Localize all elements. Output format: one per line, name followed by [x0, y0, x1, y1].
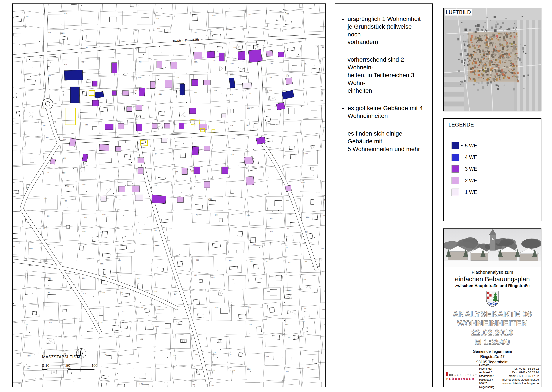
contact-info: Tel.: 0941 - 56 35 22 Fax.: 0941 - 56 35…: [502, 367, 539, 385]
aerial-photo: [444, 8, 541, 111]
analysis-title-line: ANALYSEKARTE 06: [444, 310, 541, 318]
svg-text:1437: 1437: [325, 339, 325, 340]
note-text: es finden sich einige Gebäude mit 5 Wohn…: [347, 130, 426, 153]
svg-text:1843: 1843: [230, 63, 234, 64]
svg-text:111: 111: [304, 63, 307, 65]
analysis-date: 22.02.2010: [444, 329, 541, 337]
svg-text:374: 374: [191, 170, 194, 172]
svg-text:375: 375: [26, 323, 28, 325]
svg-text:888: 888: [288, 337, 290, 338]
svg-text:2213: 2213: [304, 153, 308, 154]
svg-text:1934: 1934: [82, 231, 86, 232]
svg-text:366: 366: [196, 259, 199, 261]
svg-text:1152: 1152: [229, 29, 232, 31]
svg-text:2284: 2284: [253, 244, 256, 245]
svg-text:441: 441: [321, 248, 324, 249]
svg-text:540: 540: [47, 292, 50, 293]
svg-text:477: 477: [230, 353, 233, 355]
svg-text:1146: 1146: [215, 307, 219, 308]
svg-text:1332: 1332: [46, 172, 49, 173]
svg-text:1198: 1198: [27, 355, 31, 357]
svg-text:1244: 1244: [82, 277, 85, 279]
svg-text:1055: 1055: [231, 138, 235, 139]
svg-text:1999: 1999: [285, 200, 289, 201]
legend-items: • 5 WE 4 WE 3 WE 2 WE 1 WE: [448, 142, 541, 196]
svg-text:1598: 1598: [211, 385, 214, 386]
svg-text:100: 100: [92, 364, 98, 367]
svg-text:480: 480: [321, 46, 324, 48]
architect-street: Haidplatz 7: [479, 378, 500, 382]
svg-text:1451: 1451: [63, 157, 66, 159]
svg-text:1118: 1118: [65, 186, 69, 187]
legend-label-text: 5 WE: [465, 143, 477, 149]
village-photo: [444, 229, 541, 266]
svg-text:277: 277: [213, 60, 216, 61]
logo-squares: A R C H I T E K T: [446, 372, 477, 376]
legend-item: 4 WE: [448, 154, 541, 161]
svg-text:1476: 1476: [81, 61, 84, 63]
svg-text:2054: 2054: [47, 215, 50, 217]
svg-text:840: 840: [100, 322, 103, 323]
svg-text:350: 350: [156, 18, 159, 19]
svg-text:2205: 2205: [266, 356, 269, 357]
svg-text:0: 0: [42, 364, 44, 367]
svg-text:1019: 1019: [287, 290, 290, 292]
notes-panel: - ursprünglich 1 Wohneinheit je Grundstü…: [335, 3, 433, 387]
svg-text:1523: 1523: [324, 200, 325, 202]
contact-website: www.architekt-ploechinger.de: [502, 382, 539, 385]
svg-text:50: 50: [66, 364, 70, 367]
svg-text:1970: 1970: [248, 14, 251, 15]
legend-label-text: 1 WE: [465, 189, 477, 195]
svg-text:2363: 2363: [13, 245, 15, 247]
svg-text:2388: 2388: [138, 77, 141, 78]
svg-text:1589: 1589: [250, 261, 253, 262]
note-item: - es finden sich einige Gebäude mit 5 Wo…: [342, 130, 426, 153]
svg-text:1597: 1597: [194, 274, 197, 276]
svg-text:450: 450: [64, 63, 67, 65]
svg-text:1251: 1251: [85, 124, 88, 126]
svg-text:1265: 1265: [269, 63, 273, 64]
svg-text:2348: 2348: [156, 325, 159, 327]
luftbild-label: LUFTBILD: [445, 9, 472, 15]
note-text: es gibt keine Gebäude mit 4 Wohneinheite…: [347, 104, 423, 120]
project-subtitle-bottom: zwischen Hauptstraße und Ringstraße: [444, 283, 541, 288]
project-subtitle-top: Flächenanalyse zum: [444, 270, 541, 275]
svg-text:930: 930: [195, 353, 198, 355]
svg-text:1066: 1066: [230, 154, 234, 155]
svg-text:1633: 1633: [44, 198, 47, 200]
svg-text:461: 461: [86, 47, 88, 48]
svg-text:1317: 1317: [176, 77, 179, 78]
svg-text:722: 722: [139, 61, 142, 63]
logo-gray-square-icon: [450, 374, 451, 376]
logo-gray-square-icon: [449, 374, 450, 376]
coat-of-arms-wrap: [444, 290, 541, 308]
svg-text:166: 166: [176, 171, 178, 173]
legend-item: 2 WE: [448, 177, 541, 184]
contact-email: info@architekt-ploechinger.de: [502, 378, 539, 382]
svg-text:1175: 1175: [83, 293, 86, 294]
svg-text:252: 252: [194, 32, 197, 33]
contact-fax: Fax.: 0941 - 56 35 24: [502, 371, 539, 374]
architect-name: Gerhard Plöchinger: [479, 363, 500, 371]
svg-text:1179: 1179: [193, 47, 196, 48]
svg-text:1835: 1835: [62, 172, 65, 174]
svg-text:418: 418: [139, 233, 142, 234]
svg-text:982: 982: [121, 292, 124, 293]
svg-text:1599: 1599: [303, 279, 306, 280]
svg-text:1200: 1200: [102, 214, 106, 216]
note-dash: -: [342, 56, 347, 94]
svg-text:1177: 1177: [174, 293, 177, 295]
svg-text:1799: 1799: [232, 370, 235, 371]
svg-text:638: 638: [48, 32, 51, 33]
svg-text:420: 420: [288, 262, 290, 263]
svg-text:1361: 1361: [154, 290, 157, 292]
svg-text:1516: 1516: [48, 75, 51, 76]
svg-text:333: 333: [154, 230, 156, 231]
svg-text:1913: 1913: [270, 217, 273, 219]
legend-bullet: •: [459, 143, 465, 149]
svg-text:635: 635: [232, 279, 234, 280]
svg-text:1966: 1966: [247, 215, 250, 216]
note-item: - vorherrschend sind 2 Wohnein- heiten, …: [342, 56, 426, 94]
svg-text:1422: 1422: [43, 125, 46, 126]
svg-text:459: 459: [230, 93, 233, 95]
